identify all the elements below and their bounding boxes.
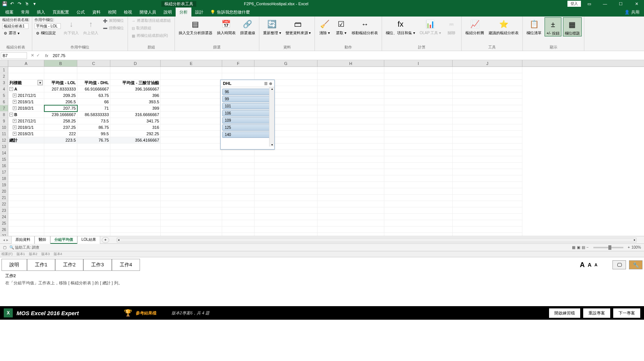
tab-view[interactable]: 檢視 (120, 8, 136, 17)
cell-D1[interactable] (110, 67, 161, 73)
cell-H7[interactable] (317, 105, 384, 112)
cell-D5[interactable]: 396 (110, 92, 161, 99)
cell-F1[interactable] (222, 67, 254, 73)
cell-D2[interactable] (110, 73, 161, 80)
redo-icon[interactable]: ↷ (17, 1, 23, 7)
cell-H12[interactable] (317, 137, 384, 143)
cell-F18[interactable] (222, 175, 254, 182)
cell-B12[interactable]: 223.5 (44, 137, 77, 143)
add-sheet-button[interactable]: + (102, 237, 109, 243)
insert-slicer-button[interactable]: ▤ 插入交叉分析篩選器 (177, 17, 214, 36)
row-header-25[interactable]: 25 (0, 220, 8, 227)
cell-B1[interactable] (44, 67, 77, 73)
cell-B26[interactable] (44, 227, 77, 233)
insert-timeline-button[interactable]: 📅 插入時間表 (215, 17, 237, 36)
cell-I4[interactable] (384, 86, 453, 92)
cell-B20[interactable] (44, 188, 77, 195)
row-header-4[interactable]: 4 (0, 86, 8, 92)
cell-C10[interactable]: 86.75 (77, 124, 110, 131)
tab-developer[interactable]: 開發人員 (136, 8, 160, 17)
cell-J1[interactable] (453, 67, 522, 73)
cell-B9[interactable]: 258.25 (44, 118, 77, 124)
cell-E3[interactable] (161, 80, 222, 86)
row-header-1[interactable]: 1 (0, 67, 8, 73)
cell-G15[interactable] (254, 156, 317, 163)
cell-B21[interactable] (44, 195, 77, 201)
cell-E26[interactable] (161, 227, 222, 233)
cell-D18[interactable] (110, 175, 161, 182)
cell-G21[interactable] (254, 195, 317, 201)
row-header-9[interactable]: 9 (0, 118, 8, 124)
cell-J13[interactable] (453, 143, 522, 150)
font-large-button[interactable]: A (580, 261, 585, 269)
cell-E27[interactable] (161, 233, 222, 236)
cell-B2[interactable] (44, 73, 77, 80)
reset-project-button[interactable]: 重設專案 (583, 308, 610, 318)
row-header-27[interactable]: 27 (0, 233, 8, 236)
enter-formula-icon[interactable]: ✓ (36, 53, 40, 58)
cell-D21[interactable] (110, 195, 161, 201)
cell-E2[interactable] (161, 73, 222, 80)
cell-G26[interactable] (254, 227, 317, 233)
cell-C2[interactable] (77, 73, 110, 80)
cell-F27[interactable] (222, 233, 254, 236)
col-header-B[interactable]: B (44, 60, 77, 66)
row-header-6[interactable]: 6 (0, 99, 8, 105)
cell-J14[interactable] (453, 150, 522, 156)
cell-H4[interactable] (317, 86, 384, 92)
cell-E22[interactable] (161, 201, 222, 207)
cell-F22[interactable] (222, 201, 254, 207)
cell-I1[interactable] (384, 67, 453, 73)
recommended-pivot-button[interactable]: ⭐ 建議的樞紐分析表 (487, 17, 520, 36)
cell-H18[interactable] (317, 175, 384, 182)
cell-B11[interactable]: 222 (44, 131, 77, 137)
cell-H25[interactable] (317, 220, 384, 227)
cell-E9[interactable] (161, 118, 222, 124)
cell-G17[interactable] (254, 169, 317, 175)
undo-icon[interactable]: ↶ (9, 1, 15, 7)
cell-I20[interactable] (384, 188, 453, 195)
cell-D11[interactable]: 292.25 (110, 131, 161, 137)
cell-A13[interactable] (8, 143, 44, 150)
cell-C1[interactable] (77, 67, 110, 73)
cell-E24[interactable] (161, 214, 222, 220)
row-header-3[interactable]: 3 (0, 80, 8, 86)
cell-J24[interactable] (453, 214, 522, 220)
pivot-name-input[interactable] (2, 23, 29, 29)
cell-D13[interactable] (110, 143, 161, 150)
cell-D14[interactable] (110, 150, 161, 156)
cell-F16[interactable] (222, 163, 254, 169)
row-header-26[interactable]: 26 (0, 227, 8, 233)
cell-H16[interactable] (317, 163, 384, 169)
field-settings-button[interactable]: ⚙欄位設定 (35, 30, 61, 36)
cell-C5[interactable]: 63.75 (77, 92, 110, 99)
tell-me-search[interactable]: 💡 告訴我您想做什麼 (210, 9, 250, 15)
cell-E23[interactable] (161, 207, 222, 214)
cell-E16[interactable] (161, 163, 222, 169)
row-header-14[interactable]: 14 (0, 150, 8, 156)
cell-A7[interactable]: +2018/2/1 (8, 105, 44, 112)
plus-minus-button[interactable]: ± +/- 按鈕 (545, 17, 561, 36)
cell-H17[interactable] (317, 169, 384, 175)
cell-A9[interactable]: +2017/12/1 (8, 118, 44, 124)
cell-A1[interactable] (8, 67, 44, 73)
cell-J4[interactable] (453, 86, 522, 92)
sheet-nav-first-icon[interactable]: ◂ (3, 238, 5, 242)
cell-J25[interactable] (453, 220, 522, 227)
cell-G22[interactable] (254, 201, 317, 207)
cell-E7[interactable] (161, 105, 222, 112)
row-header-7[interactable]: 7 (0, 105, 8, 112)
cell-A2[interactable] (8, 73, 44, 80)
version-link[interactable]: 版本3 (41, 252, 50, 257)
cell-I6[interactable] (384, 99, 453, 105)
cell-J23[interactable] (453, 207, 522, 214)
cell-D20[interactable] (110, 188, 161, 195)
cell-D4[interactable]: 396.1666667 (110, 86, 161, 92)
cell-H21[interactable] (317, 195, 384, 201)
version-link[interactable]: 檔案(F) (2, 252, 13, 257)
cell-C11[interactable]: 99.5 (77, 131, 110, 137)
cell-J21[interactable] (453, 195, 522, 201)
expand-item-icon[interactable]: + (13, 106, 17, 110)
cell-B25[interactable] (44, 220, 77, 227)
cell-B5[interactable]: 209.25 (44, 92, 77, 99)
